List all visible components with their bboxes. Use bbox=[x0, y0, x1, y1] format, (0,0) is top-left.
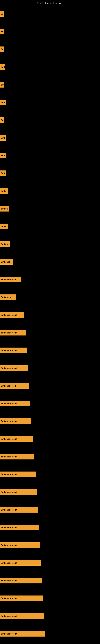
bar-row: Bott bbox=[0, 146, 100, 164]
bar-item: Bo bbox=[0, 11, 3, 17]
bar-row: Bott bbox=[0, 92, 100, 110]
bar-item: Bottleneck result bbox=[0, 348, 27, 353]
bar-label: Bottlen bbox=[1, 243, 8, 245]
bar-label: Bottleneck bbox=[1, 261, 11, 263]
bar-label: Bottleneck result bbox=[1, 473, 17, 476]
bar-label: Bott bbox=[1, 102, 5, 104]
bar-row: Bo bbox=[0, 40, 100, 57]
bar-row: Bottleneck result bbox=[0, 305, 100, 323]
bar-row: Bottleneck result bbox=[0, 464, 100, 482]
bar-label: Bottleneck resu bbox=[1, 278, 16, 281]
bar-item: Bott bbox=[0, 64, 5, 70]
bar-item: Bottleneck result bbox=[0, 489, 37, 495]
bar-label: Bot bbox=[1, 119, 4, 121]
bar-label: Bott bbox=[1, 137, 5, 139]
bar-item: Bottleneck result bbox=[0, 436, 33, 442]
bar-row: Bottleneck result bbox=[0, 358, 100, 376]
bar-row: Bottleneck result bbox=[0, 571, 100, 588]
bar-item: Bott bbox=[0, 100, 6, 105]
bar-label: Bo bbox=[1, 48, 3, 50]
bar-label: Bottleneck result bbox=[1, 562, 17, 564]
bar-row: Bottlen bbox=[0, 199, 100, 216]
bar-row: Bottleneck r bbox=[0, 288, 100, 305]
bar-label: Bottleneck result bbox=[1, 544, 17, 546]
bar-label: Bottleneck resu bbox=[1, 385, 16, 387]
bars-container: BoBoBoBottBotBottBotBottBottBottBottleBo… bbox=[0, 4, 100, 642]
bar-item: Bott bbox=[0, 135, 6, 141]
bar-row: Bottleneck result bbox=[0, 323, 100, 340]
bar-label: Bottleneck result bbox=[1, 349, 17, 352]
bar-item: Bot bbox=[0, 117, 4, 123]
bar-row: Bottleneck resu bbox=[0, 376, 100, 394]
bar-row: Bot bbox=[0, 75, 100, 92]
bar-item: Bo bbox=[0, 46, 4, 52]
bar-row: Bott bbox=[0, 128, 100, 146]
bar-item: Bottleneck resu bbox=[0, 383, 29, 388]
bar-item: Bottleneck result bbox=[0, 542, 40, 548]
bar-row: Bottleneck result bbox=[0, 624, 100, 642]
bar-item: Bottleneck bbox=[0, 259, 13, 265]
bar-item: Bottleneck result bbox=[0, 454, 34, 460]
bar-label: Bottleneck result bbox=[1, 633, 17, 635]
bar-row: Bottleneck result bbox=[0, 340, 100, 358]
bar-row: Bottle bbox=[0, 181, 100, 199]
bar-item: Bottleneck r bbox=[0, 294, 16, 300]
bar-label: Bottleneck result bbox=[1, 526, 17, 529]
bar-row: Bottleneck bbox=[0, 252, 100, 270]
bar-item: Bottleneck result bbox=[0, 401, 30, 406]
bar-label: Bottle bbox=[1, 190, 6, 192]
bar-label: Bottleneck r bbox=[1, 296, 12, 298]
bar-label: Bottlen bbox=[1, 208, 8, 210]
bar-row: Bottleneck result bbox=[0, 500, 100, 518]
bar-label: Bot bbox=[1, 84, 4, 86]
bar-item: Bottleneck result bbox=[0, 418, 31, 424]
bar-row: Bottleneck result bbox=[0, 535, 100, 553]
bar-item: Bo bbox=[0, 29, 3, 34]
bar-item: Bot bbox=[0, 82, 4, 88]
bar-row: Bottleneck result bbox=[0, 429, 100, 447]
bar-label: Bottleneck result bbox=[1, 456, 17, 458]
bar-row: Bottleneck result bbox=[0, 606, 100, 624]
bar-label: Bottleneck result bbox=[1, 509, 17, 511]
bar-item: Bottleneck resu bbox=[0, 277, 21, 282]
bar-item: Bott bbox=[0, 170, 6, 176]
bar-row: Bo bbox=[0, 22, 100, 40]
bar-item: Bottleneck result bbox=[0, 596, 43, 601]
bar-label: Bottleneck result bbox=[1, 580, 17, 582]
bar-item: Bottleneck result bbox=[0, 472, 36, 477]
bar-item: Bottleneck result bbox=[0, 525, 39, 530]
bar-item: Bottlen bbox=[0, 206, 9, 212]
bar-item: Bottleneck result bbox=[0, 578, 42, 584]
bar-label: Bottleneck result bbox=[1, 367, 17, 369]
bar-label: Bottle bbox=[1, 226, 6, 228]
bar-label: Bott bbox=[1, 66, 5, 68]
bar-label: Bott bbox=[1, 154, 5, 157]
bar-label: Bo bbox=[1, 13, 3, 15]
bar-row: Bottleneck result bbox=[0, 482, 100, 500]
bar-label: Bottleneck result bbox=[1, 332, 17, 334]
bar-item: Bottleneck result bbox=[0, 312, 24, 318]
bar-row: Bo bbox=[0, 4, 100, 22]
bar-row: Bottleneck result bbox=[0, 553, 100, 571]
bar-row: Bottle bbox=[0, 216, 100, 234]
bar-label: Bottleneck result bbox=[1, 597, 17, 600]
bar-label: Bottleneck result bbox=[1, 314, 17, 316]
bar-row: Bottleneck result bbox=[0, 394, 100, 411]
bar-item: Bottleneck result bbox=[0, 560, 41, 566]
bar-item: Bottle bbox=[0, 188, 8, 194]
bar-row: Bottlen bbox=[0, 234, 100, 252]
bar-row: Bott bbox=[0, 164, 100, 181]
bar-item: Bottle bbox=[0, 224, 8, 229]
bar-row: Bottleneck result bbox=[0, 411, 100, 429]
bar-item: Bottleneck result bbox=[0, 507, 38, 512]
bar-item: Bottleneck result bbox=[0, 365, 28, 371]
bar-row: Bottleneck result bbox=[0, 518, 100, 535]
bar-label: Bottleneck result bbox=[1, 491, 17, 493]
bar-item: Bottleneck result bbox=[0, 613, 44, 619]
bar-label: Bo bbox=[1, 30, 3, 33]
bar-label: Bottleneck result bbox=[1, 420, 17, 422]
bar-item: Bott bbox=[0, 153, 6, 158]
bar-item: Bottleneck result bbox=[0, 330, 26, 336]
bar-label: Bottleneck result bbox=[1, 402, 17, 405]
bar-item: Bottlen bbox=[0, 241, 10, 247]
